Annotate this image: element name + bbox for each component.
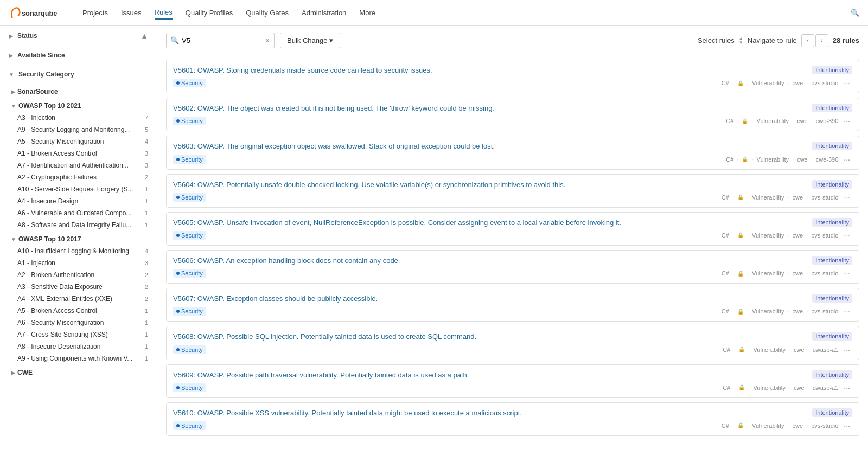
rule-title-1[interactable]: V5602: OWASP. The object was created but… xyxy=(173,104,808,113)
nav-issues[interactable]: Issues xyxy=(121,7,142,19)
tag-security-3: Security xyxy=(173,193,206,202)
rule-tool-8: owasp-a1 xyxy=(813,384,839,391)
rule-title-3[interactable]: V5604: OWASP. Potentially unsafe double-… xyxy=(173,180,808,190)
available-since-header[interactable]: ▶ Available Since xyxy=(0,46,157,65)
nav-next-icon[interactable]: › xyxy=(815,34,828,47)
rule-tool-0: pvs-studio xyxy=(811,80,838,86)
rule-card-0[interactable]: V5601: OWASP. Storing credentials inside… xyxy=(166,60,859,93)
rule-title-6[interactable]: V5607: OWASP. Exception classes should b… xyxy=(173,294,808,304)
logo[interactable]: sonarqube xyxy=(9,5,65,21)
security-category-header[interactable]: ▼ Security Category xyxy=(0,65,157,84)
rule-more-button-4[interactable]: ··· xyxy=(841,231,852,240)
rule-title-2[interactable]: V5603: OWASP. The original exception obj… xyxy=(173,142,808,151)
rule-tags-4: Security xyxy=(173,231,206,240)
rule-sep3-1: · xyxy=(792,118,794,124)
owasp-2021-item-5[interactable]: A2 - Cryptographic Failures2 xyxy=(0,171,157,183)
rule-card-1[interactable]: V5602: OWASP. The object was created but… xyxy=(166,98,859,131)
owasp-2017-group[interactable]: ▼ OWASP Top 10 2017 xyxy=(0,231,157,245)
nav-quality-profiles[interactable]: Quality Profiles xyxy=(186,7,233,19)
nav-rules[interactable]: Rules xyxy=(155,6,173,20)
tag-security-2: Security xyxy=(173,155,206,164)
owasp-2017-item-label-4: A4 - XML External Entities (XXE) xyxy=(17,295,112,303)
lock-icon-8: 🔒 xyxy=(738,384,745,390)
rule-card-6[interactable]: V5607: OWASP. Exception classes should b… xyxy=(166,288,859,322)
nav-search-icon[interactable]: 🔍 xyxy=(851,9,859,17)
rule-card-4[interactable]: V5605: OWASP. Unsafe invocation of event… xyxy=(166,212,859,246)
sonarsource-group[interactable]: ▶ SonarSource xyxy=(0,84,157,98)
lock-icon-0: 🔒 xyxy=(737,80,744,86)
rule-extra-7: cwe xyxy=(794,347,805,353)
rule-more-button-3[interactable]: ··· xyxy=(841,193,852,202)
rule-more-button-6[interactable]: ··· xyxy=(841,307,852,316)
status-header[interactable]: ▶ Status ▲ xyxy=(0,26,157,46)
owasp-2021-item-count-9: 1 xyxy=(145,222,148,228)
rule-more-button-2[interactable]: ··· xyxy=(841,155,852,164)
owasp-2021-item-3[interactable]: A1 - Broken Access Control3 xyxy=(0,147,157,159)
available-since-label: Available Since xyxy=(17,52,65,59)
rule-badge-6: Intentionality xyxy=(812,294,852,303)
owasp-2017-item-9[interactable]: A9 - Using Components with Known V...1 xyxy=(0,352,157,364)
status-label: Status xyxy=(17,32,37,40)
nav-administration[interactable]: Administration xyxy=(302,7,346,19)
owasp-2021-items: A3 - Injection7A9 - Security Logging and… xyxy=(0,112,157,231)
select-down-icon[interactable]: ▼ xyxy=(739,41,743,45)
nav-more[interactable]: More xyxy=(359,7,375,19)
rule-lang-8: C# xyxy=(723,384,730,391)
search-input[interactable] xyxy=(166,33,275,48)
owasp-2021-group[interactable]: ▼ OWASP Top 10 2021 xyxy=(0,98,157,112)
rule-card-9[interactable]: V5610: OWASP. Possible XSS vulnerability… xyxy=(166,402,859,436)
bulk-change-button[interactable]: Bulk Change ▾ xyxy=(280,33,340,48)
owasp-2017-item-7[interactable]: A7 - Cross-Site Scripting (XSS)1 xyxy=(0,329,157,341)
status-collapse-icon[interactable]: ▲ xyxy=(141,31,148,40)
rule-title-9[interactable]: V5610: OWASP. Possible XSS vulnerability… xyxy=(173,408,808,418)
tag-dot-1 xyxy=(176,119,180,123)
rule-card-2[interactable]: V5603: OWASP. The original exception obj… xyxy=(166,136,859,169)
rule-title-0[interactable]: V5601: OWASP. Storing credentials inside… xyxy=(173,66,808,75)
rule-card-footer-6: Security C# · 🔒 · Vulnerability · cwe · … xyxy=(173,307,852,316)
rule-title-4[interactable]: V5605: OWASP. Unsafe invocation of event… xyxy=(173,218,808,228)
rule-card-header-7: V5608: OWASP. Possible SQL injection. Po… xyxy=(173,332,852,342)
rule-title-7[interactable]: V5608: OWASP. Possible SQL injection. Po… xyxy=(173,332,808,342)
owasp-2017-item-5[interactable]: A5 - Broken Access Control1 xyxy=(0,305,157,317)
rule-title-8[interactable]: V5609: OWASP. Possible path traversal vu… xyxy=(173,370,808,380)
rule-card-8[interactable]: V5609: OWASP. Possible path traversal vu… xyxy=(166,364,859,398)
owasp-2017-item-8[interactable]: A8 - Insecure Deserialization1 xyxy=(0,341,157,352)
owasp-2021-item-4[interactable]: A7 - Identification and Authentication..… xyxy=(0,159,157,171)
owasp-2021-item-8[interactable]: A6 - Vulnerable and Outdated Compo...1 xyxy=(0,207,157,219)
rule-sep4-6: · xyxy=(806,308,808,315)
rule-card-5[interactable]: V5606: OWASP. An exception handling bloc… xyxy=(166,250,859,284)
owasp-2017-item-2[interactable]: A2 - Broken Authentication2 xyxy=(0,269,157,281)
owasp-2017-item-4[interactable]: A4 - XML External Entities (XXE)2 xyxy=(0,293,157,305)
rule-more-button-1[interactable]: ··· xyxy=(841,117,852,125)
rule-sep1-8: · xyxy=(733,384,735,391)
rule-sep2-1: · xyxy=(751,118,753,124)
owasp-2017-item-3[interactable]: A3 - Sensitive Data Exposure2 xyxy=(0,281,157,293)
search-clear-icon[interactable]: ✕ xyxy=(265,37,270,44)
owasp-2017-item-6[interactable]: A6 - Security Misconfiguration1 xyxy=(0,317,157,329)
nav-prev-icon[interactable]: ‹ xyxy=(801,34,814,47)
rule-more-button-7[interactable]: ··· xyxy=(841,345,852,354)
rule-more-button-9[interactable]: ··· xyxy=(841,421,852,430)
rule-sep2-9: · xyxy=(747,422,749,429)
owasp-2021-item-2[interactable]: A5 - Security Misconfiguration4 xyxy=(0,136,157,147)
rule-tags-9: Security xyxy=(173,421,206,430)
rule-title-5[interactable]: V5606: OWASP. An exception handling bloc… xyxy=(173,256,808,266)
owasp-2021-item-count-5: 2 xyxy=(145,174,148,181)
owasp-2021-item-9[interactable]: A8 - Software and Data Integrity Failu..… xyxy=(0,219,157,231)
owasp-2021-item-6[interactable]: A10 - Server-Side Request Forgery (S...1 xyxy=(0,183,157,195)
nav-projects[interactable]: Projects xyxy=(82,7,108,19)
owasp-2017-item-count-9: 1 xyxy=(145,355,148,362)
rule-more-button-0[interactable]: ··· xyxy=(841,79,852,87)
owasp-2017-item-1[interactable]: A1 - Injection3 xyxy=(0,257,157,269)
rule-type-1: Vulnerability xyxy=(757,118,789,124)
owasp-2021-item-7[interactable]: A4 - Insecure Design1 xyxy=(0,195,157,207)
rule-more-button-5[interactable]: ··· xyxy=(841,269,852,278)
owasp-2021-item-1[interactable]: A9 - Security Logging and Monitoring...5 xyxy=(0,124,157,136)
rule-card-7[interactable]: V5608: OWASP. Possible SQL injection. Po… xyxy=(166,326,859,360)
rule-more-button-8[interactable]: ··· xyxy=(841,383,852,392)
owasp-2021-item-0[interactable]: A3 - Injection7 xyxy=(0,112,157,124)
rule-card-3[interactable]: V5604: OWASP. Potentially unsafe double-… xyxy=(166,174,859,208)
cwe-group[interactable]: ▶ CWE xyxy=(0,364,157,381)
owasp-2017-item-0[interactable]: A10 - Insufficient Logging & Monitoring4 xyxy=(0,245,157,257)
nav-quality-gates[interactable]: Quality Gates xyxy=(246,7,289,19)
